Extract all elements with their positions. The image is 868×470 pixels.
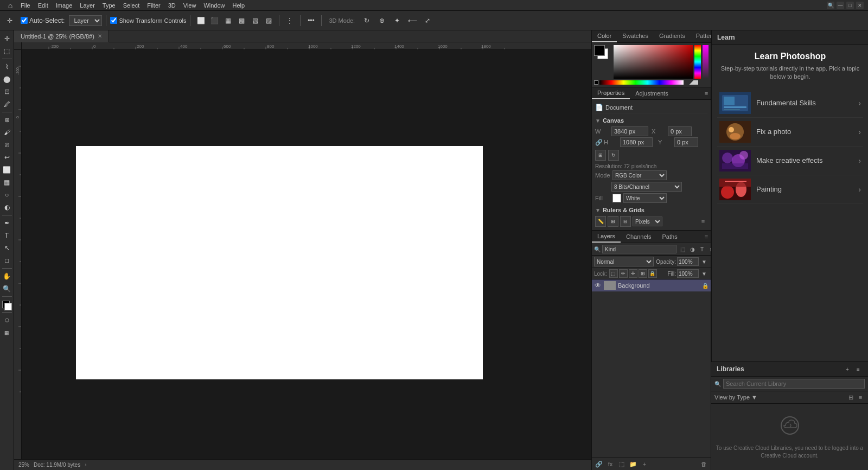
lock-aspect-icon[interactable]: 🔗 — [595, 139, 603, 146]
libraries-add-btn[interactable]: + — [843, 365, 852, 373]
new-group-btn[interactable]: 📁 — [628, 460, 638, 468]
learn-item-creative-effects[interactable]: Make creative effects › — [717, 147, 863, 175]
learn-item-fix-photo[interactable]: Fix a photo › — [717, 118, 863, 147]
quick-select-tool[interactable]: ⬤ — [1, 73, 13, 85]
align-left-button[interactable]: ⬜ — [194, 14, 207, 27]
lock-artboard-btn[interactable]: ⊞ — [639, 269, 647, 278]
fill-select[interactable]: White Black Transparent — [623, 193, 667, 203]
layer-visibility-eye[interactable]: 👁 — [594, 282, 602, 289]
tab-color[interactable]: Color — [592, 30, 617, 42]
menu-item-image[interactable]: Image — [53, 1, 76, 10]
color-alpha-slider[interactable] — [703, 45, 709, 79]
menu-item-filter[interactable]: Filter — [144, 1, 163, 10]
document-tab[interactable]: Untitled-1 @ 25% (RGB/8#) ✕ — [14, 30, 109, 42]
crop-tool[interactable]: ⊡ — [1, 86, 13, 98]
history-brush-tool[interactable]: ↩ — [1, 151, 13, 163]
tab-gradients[interactable]: Gradients — [654, 30, 691, 42]
canvas-size-icon[interactable]: ⊞ — [595, 150, 606, 161]
color-swatch[interactable] — [2, 301, 12, 310]
menu-item-help[interactable]: Help — [229, 1, 248, 10]
auto-select-checkbox[interactable]: Auto-Select: — [18, 14, 67, 27]
ruler-icon-3[interactable]: ⊟ — [620, 216, 631, 227]
type-tool[interactable]: T — [1, 230, 13, 242]
layers-panel-collapse[interactable]: ≡ — [702, 232, 711, 241]
lock-paint-btn[interactable]: ✏ — [619, 269, 628, 278]
home-icon[interactable]: ⌂ — [4, 0, 16, 11]
pan-3d-button[interactable]: ✦ — [391, 14, 404, 27]
menu-item-view[interactable]: View — [180, 1, 200, 10]
dodge-tool[interactable]: ◐ — [1, 201, 13, 213]
align-right-button[interactable]: ▦ — [221, 14, 234, 27]
search-icon[interactable]: 🔍 — [827, 2, 834, 9]
pixels-select[interactable]: Pixels Inches Centimeters — [633, 217, 662, 226]
tab-swatches[interactable]: Swatches — [617, 30, 654, 42]
filter-pixel-btn[interactable]: ⬚ — [678, 245, 687, 253]
filter-adjust-btn[interactable]: ◑ — [688, 245, 697, 253]
menu-item-window[interactable]: Window — [200, 1, 228, 10]
eyedropper-tool[interactable]: 🖉 — [1, 98, 13, 110]
lock-position-btn[interactable]: ✛ — [629, 269, 637, 278]
rulers-section[interactable]: ▼ Rulers & Grids — [595, 205, 707, 215]
color-spectrum[interactable] — [694, 45, 700, 79]
tab-channels[interactable]: Channels — [621, 231, 656, 242]
height-input[interactable] — [620, 137, 653, 147]
lib-search-input[interactable] — [723, 379, 865, 389]
lib-list-view-btn[interactable]: ≡ — [856, 393, 865, 402]
menu-item-file[interactable]: File — [17, 1, 34, 10]
clone-stamp-tool[interactable]: ⎚ — [1, 139, 13, 151]
tab-adjustments[interactable]: Adjustments — [630, 88, 674, 99]
link-layers-btn[interactable]: 🔗 — [594, 460, 604, 468]
ruler-units-collapse[interactable]: ≡ — [699, 217, 707, 226]
background-color[interactable] — [4, 303, 12, 310]
menu-item-3d[interactable]: 3D — [165, 1, 179, 10]
extras-button[interactable]: ••• — [304, 14, 317, 27]
lock-pixels-btn[interactable]: ⬚ — [609, 269, 618, 278]
screen-mode-tool[interactable]: ▦ — [1, 327, 13, 339]
ruler-icon-1[interactable]: 📏 — [595, 216, 606, 227]
view-by-type[interactable]: View by Type ▼ — [714, 394, 757, 401]
slide-3d-button[interactable]: ⟵ — [406, 14, 419, 27]
layer-effects-btn[interactable]: fx — [605, 460, 615, 468]
eraser-tool[interactable]: ⬜ — [1, 164, 13, 176]
orbit-3d-button[interactable]: ⊕ — [375, 14, 388, 27]
zoom-tool[interactable]: 🔍 — [1, 283, 13, 295]
learn-item-fundamental-skills[interactable]: Fundamental Skills › — [717, 89, 863, 118]
quick-mask-tool[interactable]: ⬡ — [1, 314, 13, 326]
selection-tool[interactable]: ⬚ — [1, 45, 13, 57]
color-gradient[interactable] — [614, 45, 693, 79]
opacity-input[interactable] — [677, 257, 699, 266]
distribute-button[interactable]: ⋮ — [283, 14, 296, 27]
canvas-scroll[interactable] — [22, 50, 591, 459]
opacity-dropdown-btn[interactable]: ▼ — [700, 257, 709, 266]
move-tool-button[interactable]: ✛ — [3, 14, 16, 27]
layers-search-input[interactable] — [602, 245, 676, 253]
libraries-collapse-btn[interactable]: ≡ — [854, 365, 863, 373]
ruler-icon-2[interactable]: ⊞ — [608, 216, 618, 227]
x-input[interactable] — [668, 126, 692, 136]
align-top-button[interactable]: ▩ — [235, 14, 248, 27]
minimize-button[interactable]: — — [837, 2, 844, 9]
layer-background[interactable]: 👁 Background 🔒 — [592, 280, 711, 291]
foreground-swatch[interactable] — [594, 45, 605, 56]
bit-depth-select[interactable]: 8 Bits/Channel 16 Bits/Channel 32 Bits/C… — [611, 182, 682, 192]
layer-mask-btn[interactable]: ⬚ — [617, 460, 627, 468]
close-button[interactable]: ✕ — [856, 2, 864, 9]
menu-item-layer[interactable]: Layer — [76, 1, 98, 10]
shape-tool[interactable]: □ — [1, 255, 13, 266]
new-layer-btn[interactable]: + — [640, 460, 649, 468]
lasso-tool[interactable]: ⌇ — [1, 61, 13, 73]
delete-layer-btn[interactable]: 🗑 — [699, 460, 709, 468]
lock-all-btn[interactable]: 🔒 — [648, 269, 657, 278]
path-select-tool[interactable]: ↖ — [1, 242, 13, 254]
move-tool-lt[interactable]: ✛ — [1, 33, 13, 45]
tab-patterns[interactable]: Patterns — [691, 30, 711, 42]
blur-tool[interactable]: ○ — [1, 189, 13, 201]
fill-swatch[interactable] — [612, 194, 621, 202]
healing-brush-tool[interactable]: ⊕ — [1, 114, 13, 126]
hand-tool[interactable]: ✋ — [1, 270, 13, 282]
y-input[interactable] — [674, 137, 698, 147]
fill-opacity-input[interactable] — [677, 269, 699, 278]
transform-checkbox-label[interactable]: Show Transform Controls — [110, 17, 186, 24]
layer-select[interactable]: Layer Group — [69, 15, 102, 26]
maximize-button[interactable]: □ — [846, 2, 854, 9]
